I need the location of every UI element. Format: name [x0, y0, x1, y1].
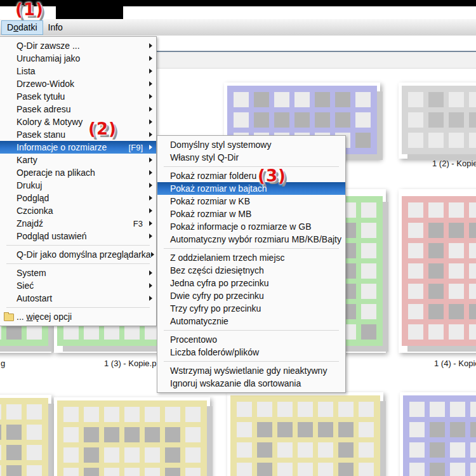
menu-item-kolory-motywy[interactable]: Kolory & Motywy: [0, 116, 156, 128]
grid-cell: [257, 442, 272, 458]
menu-item-drukuj[interactable]: Drukuj: [0, 179, 156, 192]
menu-item-pasek-tytu-u[interactable]: Pasek tytułu: [0, 90, 156, 103]
grid-cell: [63, 324, 79, 340]
thumbnail-image[interactable]: [400, 392, 476, 476]
menu-item-label: Operacje na plikach: [17, 168, 95, 178]
menu-item-label: Ignoruj wskazanie dla sortowania: [170, 378, 301, 388]
menu-item-podgl-d[interactable]: Podgląd: [0, 192, 156, 204]
menu-item-system[interactable]: System: [0, 267, 156, 279]
menu-item-label: Sieć: [17, 281, 34, 291]
menu-item-z-oddzielaniem-trzech-miejsc[interactable]: Z oddzielaniem trzech miejsc: [157, 251, 345, 264]
thumbnail-image[interactable]: [399, 83, 476, 159]
file-caption[interactable]: g: [1, 359, 5, 368]
thumbnail-image[interactable]: [0, 395, 51, 476]
grid-cell: [145, 468, 160, 476]
menu-item-wstrzymaj-wy-wietlanie-gdy-nieaktywny[interactable]: Wstrzymaj wyświetlanie gdy nieaktywny: [157, 364, 345, 377]
menu-item-podgl-d-ustawie[interactable]: Podgląd ustawień: [0, 230, 156, 242]
menu-item-w-asny-styl-q-dir[interactable]: Własny styl Q-Dir: [157, 151, 345, 164]
thumbnail-image[interactable]: [399, 189, 476, 353]
menu-item-sie[interactable]: Sieć: [0, 279, 156, 292]
menu-item-uruchamiaj-jako[interactable]: Uruchamiaj jako: [0, 52, 156, 65]
grid-cell: [145, 427, 160, 442]
menu-item-bez-cz-ci-dziesi-tnych[interactable]: Bez części dziesiętnych: [157, 264, 345, 277]
menu-item-label: Drukuj: [17, 180, 42, 190]
menu-item-label: Bez części dziesiętnych: [170, 265, 264, 275]
grid-cell: [104, 468, 119, 476]
grid-cell: [318, 422, 333, 437]
file-caption[interactable]: 1 (3) - Kopie.p: [104, 359, 156, 368]
menu-item-lista[interactable]: Lista: [0, 65, 156, 77]
file-caption[interactable]: 1 (4) - Kopie: [434, 359, 476, 368]
menu-bar: Dodatki Info: [0, 19, 476, 36]
menu-item-domy-lny-styl-systemowy[interactable]: Domyślny styl systemowy: [157, 138, 345, 151]
red-grid-portrait-preview: [402, 196, 476, 346]
menu-item-operacje-na-plikach[interactable]: Operacje na plikach: [0, 166, 156, 179]
menubar-item-info[interactable]: Info: [43, 20, 68, 35]
grid-cell: [359, 402, 374, 417]
grid-cell: [84, 427, 99, 442]
grid-cell: [294, 92, 310, 107]
submenu-arrow-icon: [149, 157, 152, 162]
menu-item-czcionka[interactable]: Czcionka: [0, 204, 156, 217]
grid-cell: [338, 442, 354, 458]
menu-item-shortcut: [F9]: [129, 143, 146, 152]
menu-item-poka-rozmiar-w-bajtach[interactable]: Pokaż rozmiar w bajtach: [157, 182, 345, 195]
menu-item-poka-rozmiar-w-mb[interactable]: Pokaż rozmiar w MB: [157, 208, 345, 220]
menu-item-drzewo-widok[interactable]: Drzewo-Widok: [0, 77, 156, 90]
grid-cell: [274, 112, 289, 128]
grid-cell: [124, 427, 140, 442]
grid-cell: [277, 463, 293, 476]
grid-cell: [469, 223, 476, 238]
menu-item-poka-informacje-o-rozmiarze-w-gb[interactable]: Pokaż informacje o rozmiarze w GB: [157, 220, 345, 233]
menu-item-q-dir-jako-domy-lna-przegl-darka[interactable]: Q-Dir jako domyślna przeglądarka: [0, 248, 156, 261]
grid-cell: [254, 112, 269, 128]
grid-cell: [428, 202, 444, 218]
menu-item-jedna-cyfra-po-przecinku[interactable]: Jedna cyfra po przecinku: [157, 277, 345, 289]
grid-cell: [469, 202, 476, 218]
menu-item-label: Autostart: [17, 293, 52, 303]
menu-item-automatycznie[interactable]: Automatycznie: [157, 315, 345, 327]
menu-item-poka-rozmiar-w-kb[interactable]: Pokaż rozmiar w KB: [157, 195, 345, 208]
menu-item-liczba-folder-w-plik-w[interactable]: Liczba folderów/plików: [157, 346, 345, 359]
grid-cell: [408, 263, 423, 279]
menu-item-autostart[interactable]: Autostart: [0, 292, 156, 305]
grid-cell: [449, 112, 464, 128]
grid-cell: [237, 442, 252, 458]
menu-item-poka-rozmiar-folderu[interactable]: Pokaż rozmiar folderu: [157, 169, 345, 182]
grid-cell: [63, 468, 79, 476]
menu-item-label: System: [17, 268, 46, 278]
grid-cell: [408, 92, 423, 107]
menu-item-procentowo[interactable]: Procentowo: [157, 333, 345, 346]
thumbnail-image[interactable]: [227, 392, 383, 476]
file-caption[interactable]: 1 (2) - Kopie: [432, 159, 476, 168]
menu-item-label: ... więcej opcji: [17, 312, 72, 322]
grid-cell: [27, 445, 42, 460]
menu-item-dwie-cyfry-po-przecinku[interactable]: Dwie cyfry po przecinku: [157, 289, 345, 302]
thumbnail-image[interactable]: [54, 397, 210, 476]
menu-item-pasek-adresu[interactable]: Pasek adresu: [0, 103, 156, 116]
menu-item-informacje-o-rozmiarze[interactable]: Informacje o rozmiarze[F9]: [0, 141, 156, 154]
menu-item-trzy-cyfry-po-przecinku[interactable]: Trzy cyfry po przecinku: [157, 302, 345, 315]
grid-cell: [145, 407, 160, 422]
menu-item-wi-cej-opcji[interactable]: ... więcej opcji: [0, 310, 156, 323]
grid-cell: [409, 463, 425, 476]
grid-cell: [298, 463, 313, 476]
menu-item-znajd[interactable]: ZnajdźF3: [0, 217, 156, 230]
grid-cell: [430, 422, 445, 437]
grid-cell: [63, 427, 79, 442]
menubar-item-label: Dodatki: [7, 22, 37, 32]
menu-item-karty[interactable]: Karty: [0, 154, 156, 166]
menubar-item-label: Info: [48, 22, 63, 32]
yellow-grid-landscape-right-preview: [230, 395, 380, 476]
grid-cell: [428, 92, 444, 107]
menu-item-pasek-stanu[interactable]: Pasek stanu: [0, 128, 156, 141]
menu-item-automatyczny-wyb-r-rozmiaru-mb-kb-bajty[interactable]: Automatyczny wybór rozmiaru MB/KB/Bajty: [157, 233, 345, 246]
submenu-arrow-icon: [149, 221, 152, 226]
menubar-item-dodatki[interactable]: Dodatki: [1, 20, 43, 35]
menu-item-q-dir-zawsze[interactable]: Q-Dir zawsze ...: [0, 39, 156, 52]
menu-item-label: Własny styl Q-Dir: [170, 152, 239, 162]
menu-item-ignoruj-wskazanie-dla-sortowania[interactable]: Ignoruj wskazanie dla sortowania: [157, 377, 345, 390]
menu-item-label: Lista: [17, 66, 36, 76]
menu-item-label: Q-Dir jako domyślna przeglądarka: [17, 249, 151, 260]
submenu-arrow-icon: [149, 56, 152, 61]
